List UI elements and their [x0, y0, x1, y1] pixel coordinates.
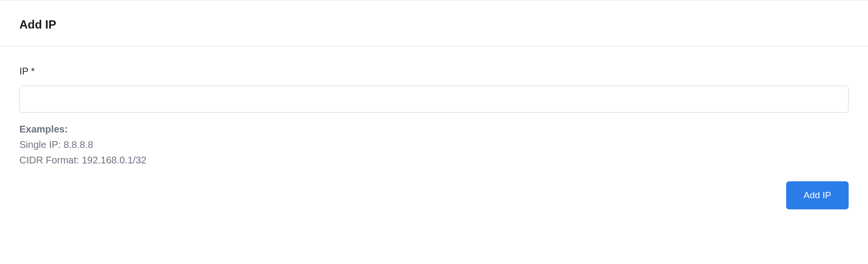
button-row: Add IP: [0, 168, 868, 229]
form-content: IP * Examples: Single IP: 8.8.8.8 CIDR F…: [0, 46, 868, 168]
add-ip-button[interactable]: Add IP: [786, 181, 849, 209]
example-cidr: CIDR Format: 192.168.0.1/32: [19, 152, 849, 168]
page-title: Add IP: [19, 18, 849, 31]
examples-heading: Examples:: [19, 121, 849, 137]
example-single-ip: Single IP: 8.8.8.8: [19, 137, 849, 152]
help-text-block: Examples: Single IP: 8.8.8.8 CIDR Format…: [19, 121, 849, 168]
ip-input[interactable]: [19, 86, 849, 113]
ip-field-label: IP *: [19, 66, 849, 77]
page-header: Add IP: [0, 0, 868, 46]
